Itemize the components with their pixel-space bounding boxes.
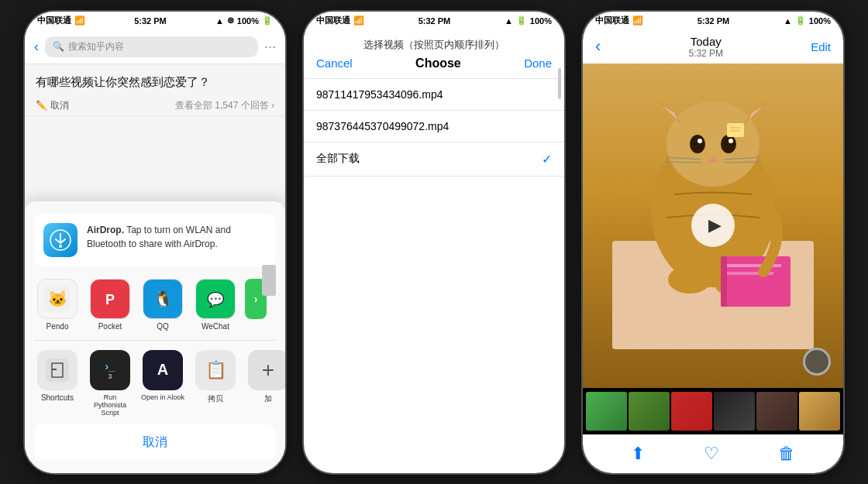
qq-icon: 🐧 [143, 279, 183, 319]
signal-icon-2: ▲ [505, 16, 513, 26]
carrier-1: 中国联通 [37, 15, 71, 26]
file-item-2[interactable]: 987376445370499072.mp4 [304, 111, 564, 142]
battery-1: 100% [237, 16, 259, 26]
pendo-label: Pendo [46, 322, 69, 331]
wifi-icon-2: 📶 [353, 15, 364, 26]
nav-search-bar-1[interactable]: 🔍 搜索知乎内容 [45, 36, 258, 57]
svg-marker-18 [663, 105, 678, 121]
time-2: 5:32 PM [418, 16, 451, 26]
record-button-3[interactable] [803, 348, 831, 376]
picker-done-btn[interactable]: Done [524, 57, 552, 70]
phone-1: 中国联通 📶 5:32 PM ▲ ⊛ 100% 🔋 ‹ 🔍 搜索知乎内容 ···… [23, 10, 287, 475]
view-all-1[interactable]: 查看全部 1,547 个回答 › [175, 99, 274, 112]
add-label: 加 [264, 393, 272, 404]
phone3-title: Today [688, 35, 723, 48]
phone3-edit-btn[interactable]: Edit [811, 40, 831, 53]
svg-text:P: P [105, 292, 115, 307]
app-item-wechat[interactable]: 💬 WeChat [192, 279, 239, 331]
nav-more-1[interactable]: ··· [264, 39, 276, 55]
cancel-button-1[interactable]: 取消 [34, 424, 276, 461]
action-item-copy[interactable]: 📋 拷贝 [192, 350, 239, 417]
airdrop-text-1: AirDrop. Tap to turn on WLAN and Bluetoo… [87, 223, 267, 251]
svg-point-22 [698, 139, 702, 143]
status-bar-2: 中国联通 📶 5:32 PM ▲ 🔋 100% [304, 12, 564, 30]
app-item-qq[interactable]: 🐧 QQ [140, 279, 186, 331]
play-icon: ▶ [708, 215, 722, 235]
scroll-thumb-2 [558, 68, 561, 99]
phone3-subtitle: 5:32 PM [688, 48, 723, 59]
svg-point-1 [59, 245, 62, 248]
phone3-back-btn[interactable]: ‹ [595, 36, 601, 57]
heart-button-3[interactable]: ♡ [704, 444, 719, 464]
signal-icon-1: ▲ [215, 16, 224, 26]
play-button-3[interactable]: ▶ [691, 204, 735, 247]
thumb-6[interactable] [799, 392, 840, 431]
battery-icon-1: 🔋 [262, 15, 273, 26]
app-item-pocket[interactable]: P Pocket [87, 279, 133, 331]
svg-point-15 [666, 101, 760, 187]
phone3-header: ‹ Today 5:32 PM Edit [583, 30, 843, 64]
svg-point-21 [721, 135, 736, 153]
battery-icon-3: 🔋 [795, 15, 806, 26]
thumb-4[interactable] [714, 392, 755, 431]
carrier-2: 中国联通 [316, 15, 350, 26]
picker-actions-2: Cancel Choose Done [316, 57, 552, 70]
svg-rect-35 [727, 123, 744, 137]
write-answer-btn-1[interactable]: ✏️ 取消 [36, 99, 69, 112]
video-area-3[interactable]: ▶ [583, 64, 843, 388]
status-right-3: ▲ 🔋 100% [784, 15, 831, 26]
action-item-shortcuts[interactable]: Shortcuts [34, 350, 81, 417]
share-button-3[interactable]: ⬆ [631, 444, 645, 464]
time-1: 5:32 PM [134, 16, 167, 26]
status-right-1: ▲ ⊛ 100% 🔋 [215, 15, 273, 26]
trash-button-3[interactable]: 🗑 [778, 444, 795, 464]
qq-label: QQ [157, 322, 169, 331]
svg-rect-34 [721, 256, 727, 307]
svg-marker-19 [748, 105, 763, 121]
phone-2: 中国联通 📶 5:32 PM ▲ 🔋 100% 选择视频（按照页内顺序排列） C… [302, 10, 566, 475]
file-item-3[interactable]: 全部下载 ✓ [304, 142, 564, 177]
time-3: 5:32 PM [698, 16, 730, 26]
app-icons-row-1: 🐱 Pendo P Pocket [34, 279, 276, 331]
nav-back-1[interactable]: ‹ [34, 39, 39, 55]
signal-icon-3: ▲ [784, 16, 792, 26]
svg-point-20 [690, 135, 705, 153]
app-container: 中国联通 📶 5:32 PM ▲ ⊛ 100% 🔋 ‹ 🔍 搜索知乎内容 ···… [0, 0, 868, 484]
copy-label: 拷贝 [208, 393, 223, 404]
thumb-1[interactable] [586, 392, 627, 431]
thumb-3[interactable] [671, 392, 712, 431]
write-answer-label-1: 取消 [50, 99, 69, 112]
search-placeholder-1: 搜索知乎内容 [68, 40, 124, 53]
alook-icon: A [143, 350, 183, 390]
battery-icon-2: 🔋 [516, 15, 527, 26]
battery-2: 100% [530, 16, 552, 26]
wechat-icon: 💬 [195, 279, 236, 319]
svg-rect-31 [721, 256, 790, 307]
search-icon-1: 🔍 [53, 41, 64, 52]
airdrop-row-1[interactable]: AirDrop. Tap to turn on WLAN and Bluetoo… [34, 214, 276, 266]
svg-rect-10 [46, 359, 69, 382]
file-name-2: 987376445370499072.mp4 [316, 120, 449, 132]
svg-text:🐧: 🐧 [153, 290, 173, 308]
action-item-add[interactable]: + 加 [245, 350, 287, 417]
action-item-pythonista[interactable]: ›_ 3 Run Pythonista Script [87, 350, 133, 417]
battery-3: 100% [809, 16, 831, 26]
airdrop-icon-1 [43, 223, 78, 257]
content-area-1: 有哪些视频让你突然感到恋爱了？ ✏️ 取消 查看全部 1,547 个回答 › [25, 64, 285, 473]
thumb-5[interactable] [756, 392, 797, 431]
pocket-label: Pocket [98, 322, 122, 331]
svg-text:🐱: 🐱 [48, 290, 67, 308]
action-icons-row-1: Shortcuts ›_ 3 Run Pythonista Script A O… [34, 350, 276, 417]
file-item-1[interactable]: 98711417953434096.mp4 [304, 79, 564, 111]
shortcuts-label: Shortcuts [41, 393, 74, 402]
check-icon-3: ✓ [542, 152, 552, 166]
action-item-alook[interactable]: A Open in Alook [140, 350, 186, 417]
picker-cancel-btn[interactable]: Cancel [316, 57, 353, 70]
picker-title-2: 选择视频（按照页内顺序排列） [316, 38, 552, 52]
app-item-pendo[interactable]: 🐱 Pendo [34, 279, 81, 331]
thumb-2[interactable] [629, 392, 670, 431]
share-sheet-1: AirDrop. Tap to turn on WLAN and Bluetoo… [25, 201, 285, 473]
copy-icon: 📋 [195, 350, 236, 390]
picker-header-2: 选择视频（按照页内顺序排列） Cancel Choose Done [304, 30, 564, 79]
divider-1 [34, 340, 276, 341]
